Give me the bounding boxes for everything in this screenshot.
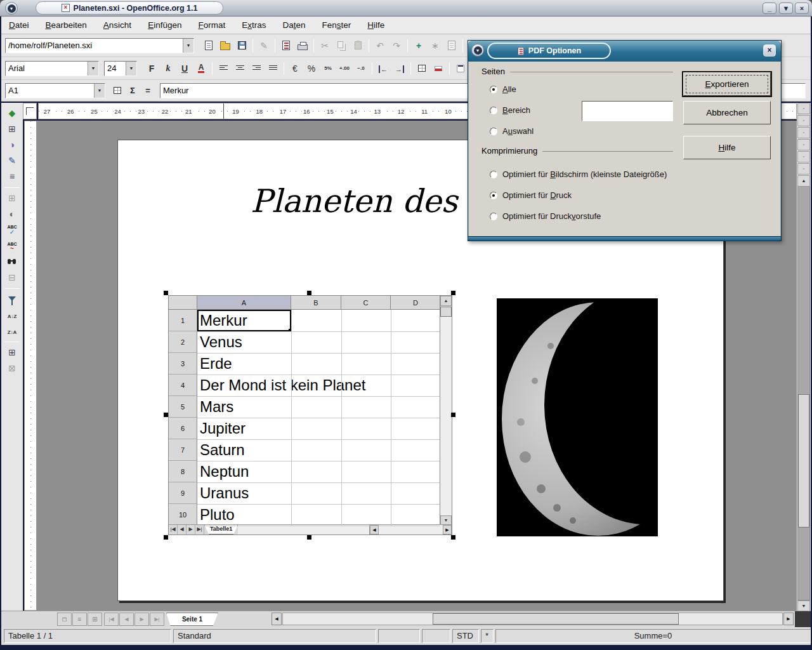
previous-page-button[interactable]: ◀ (119, 613, 134, 626)
insert-button[interactable]: ◆ (3, 105, 21, 121)
first-page-button[interactable]: |◀ (104, 613, 119, 626)
vertical-scrollbar[interactable] (797, 185, 810, 600)
radio-optimiert-f-r-druck[interactable]: Optimiert für Druck (490, 190, 572, 200)
exportieren-button[interactable]: Exportieren (683, 72, 771, 96)
insert-form-button[interactable]: ≡ (3, 169, 21, 184)
number-format-currency-button[interactable]: € (287, 60, 303, 77)
selection-handle[interactable] (451, 291, 455, 295)
spellcheck-button[interactable] (3, 222, 21, 237)
selection-handle[interactable] (307, 291, 311, 295)
align-center-button[interactable] (232, 60, 248, 77)
chevron-down-icon[interactable]: ▼ (183, 39, 193, 53)
last-page-button[interactable]: ▶| (150, 613, 164, 626)
url-input[interactable] (7, 39, 181, 52)
outline-view-button[interactable]: ≡ (72, 613, 87, 626)
cell-A5[interactable]: Mars (197, 396, 233, 418)
font-size-input[interactable] (106, 62, 124, 75)
menu-fenster[interactable]: Fenster (322, 20, 351, 30)
next-page-button[interactable]: ▶ (134, 613, 149, 626)
navigator-button[interactable]: + (410, 37, 427, 54)
underline-button[interactable]: U (176, 60, 193, 77)
borders-button[interactable] (414, 60, 430, 77)
sheet-corner-box[interactable] (169, 296, 197, 310)
open-document-button[interactable] (217, 37, 233, 54)
row-header-4[interactable]: 4 (169, 375, 197, 396)
horizontal-scrollbar[interactable] (282, 613, 783, 625)
scroll-up-button[interactable]: ▲ (797, 175, 810, 187)
cell-A2[interactable]: Venus (197, 331, 242, 353)
cell-A3[interactable]: Erde (197, 353, 232, 375)
scrollbar-thumb[interactable] (798, 394, 809, 527)
column-header-a[interactable]: A (197, 296, 291, 310)
window-resize-corner[interactable] (795, 611, 811, 628)
row-header-10[interactable]: 10 (169, 504, 197, 526)
row-header-3[interactable]: 3 (169, 353, 197, 375)
cell-A9[interactable]: Uranus (197, 482, 249, 504)
equals-button[interactable]: = (141, 84, 155, 98)
selection-handle[interactable] (164, 413, 168, 417)
export-pdf-button[interactable] (278, 37, 294, 54)
column-header-c[interactable]: C (341, 296, 391, 310)
autoformat-button[interactable]: ◐ (3, 206, 21, 222)
sheet-tab[interactable]: Tabelle1 (204, 525, 238, 534)
last-sheet-button[interactable]: ▶| (195, 525, 204, 534)
panel-button-4[interactable]: ▫ (797, 139, 810, 150)
selection-handle[interactable] (451, 535, 455, 540)
align-top-button[interactable] (452, 60, 469, 77)
font-name-input[interactable] (7, 62, 86, 75)
scroll-left-icon[interactable]: ◀ (272, 613, 282, 625)
dialog-menu-button[interactable]: ▼ (471, 44, 484, 56)
panel-button-6[interactable]: ▫ (797, 163, 810, 175)
scrollbar-thumb[interactable] (440, 307, 452, 317)
radio-bereich[interactable]: Bereich (490, 105, 530, 115)
sort-descending-button[interactable] (3, 323, 21, 338)
close-button[interactable]: × (795, 3, 809, 14)
panel-button-5[interactable]: ▫ (797, 151, 810, 162)
find-replace-button[interactable] (3, 254, 21, 269)
menu-hilfe[interactable]: Hilfe (367, 20, 384, 30)
menu-ansicht[interactable]: Ansicht (103, 20, 131, 30)
number-format-percent-button[interactable]: % (303, 60, 320, 77)
menu-extras[interactable]: Extras (242, 20, 266, 30)
window-menu-button[interactable]: ▼ (5, 2, 18, 15)
row-header-8[interactable]: 8 (169, 461, 197, 482)
chevron-down-icon[interactable]: ▼ (94, 84, 105, 98)
draw-functions-button[interactable]: ✎ (3, 153, 21, 168)
save-document-button[interactable] (233, 37, 250, 54)
dialog-titlebar[interactable]: ▼ PDF Optionen × (468, 41, 781, 62)
selection-handle[interactable] (307, 535, 311, 540)
radio-alle[interactable]: Alle (490, 84, 516, 94)
abbrechen-button[interactable]: Abbrechen (683, 101, 771, 124)
first-sheet-button[interactable]: |◀ (169, 525, 178, 534)
row-header-5[interactable]: 5 (169, 396, 197, 418)
scroll-left-icon[interactable]: ◀ (370, 525, 379, 534)
titlebar[interactable]: ▼ Planeten.sxi - OpenOffice.org 1.1 _ ▼ … (0, 0, 812, 17)
url-combo[interactable]: ▼ (5, 38, 194, 53)
chevron-down-icon[interactable]: ▼ (88, 62, 98, 76)
cell-A6[interactable]: Jupiter (197, 418, 246, 439)
hilfe-button[interactable]: Hilfe (683, 136, 771, 159)
sum-button[interactable]: Σ (126, 84, 140, 98)
selection-handle[interactable] (451, 413, 455, 417)
scrollbar-thumb[interactable] (433, 613, 679, 625)
row-header-6[interactable]: 6 (169, 418, 197, 439)
scroll-right-icon[interactable]: ▶ (783, 613, 794, 625)
column-header-b[interactable]: B (291, 296, 341, 310)
new-document-button[interactable] (200, 37, 217, 54)
print-button[interactable] (294, 37, 311, 54)
font-color-button[interactable]: A (193, 60, 209, 77)
font-name-combo[interactable]: ▼ (5, 61, 99, 76)
scroll-right-icon[interactable]: ▶ (443, 525, 452, 534)
increase-indent-button[interactable] (391, 60, 408, 77)
cell-reference-box[interactable]: ▼ (5, 83, 105, 98)
row-header-1[interactable]: 1 (169, 310, 197, 331)
sheet-horizontal-scrollbar[interactable]: ◀▶ (369, 525, 452, 534)
selection-handle[interactable] (164, 291, 168, 295)
shrink-button[interactable] (110, 84, 124, 98)
menu-bearbeiten[interactable]: Bearbeiten (46, 20, 87, 30)
drawing-view-button[interactable]: □ (57, 613, 72, 626)
cell-A8[interactable]: Neptun (197, 461, 249, 482)
page-range-input[interactable] (582, 101, 673, 121)
cell-A7[interactable]: Saturn (197, 439, 245, 461)
minimize-button[interactable]: _ (763, 3, 776, 14)
